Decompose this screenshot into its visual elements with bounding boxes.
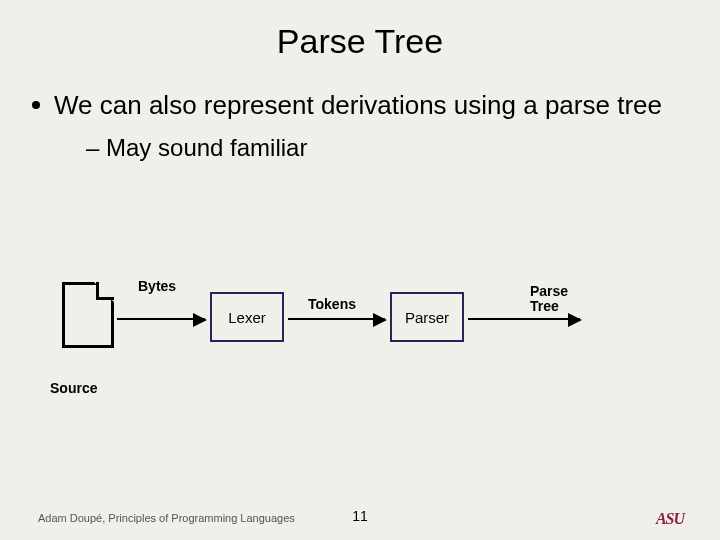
- file-icon: [62, 282, 114, 348]
- slide-title: Parse Tree: [0, 0, 720, 61]
- arrow-label-bytes: Bytes: [138, 278, 176, 294]
- pipeline-diagram: Source Bytes Lexer Tokens Parser Parse T…: [0, 270, 720, 440]
- asu-logo: ASU: [656, 510, 684, 528]
- arrow-label-tokens: Tokens: [308, 296, 356, 312]
- sub-bullet-item: – May sound familiar: [86, 134, 720, 162]
- lexer-box: Lexer: [210, 292, 284, 342]
- bullet-list: We can also represent derivations using …: [32, 89, 720, 162]
- sub-bullet-text: May sound familiar: [106, 134, 307, 161]
- bullet-item: We can also represent derivations using …: [32, 89, 720, 122]
- source-label: Source: [50, 380, 97, 396]
- bullet-text: We can also represent derivations using …: [54, 89, 662, 122]
- bullet-dot-icon: [32, 101, 40, 109]
- arrow-icon: [468, 318, 580, 320]
- slide: Parse Tree We can also represent derivat…: [0, 0, 720, 540]
- sub-bullet-dash: –: [86, 134, 99, 161]
- arrow-icon: [117, 318, 205, 320]
- arrow-icon: [288, 318, 385, 320]
- arrow-label-parsetree: Parse Tree: [530, 284, 580, 315]
- parser-box: Parser: [390, 292, 464, 342]
- slide-number: 11: [0, 508, 720, 524]
